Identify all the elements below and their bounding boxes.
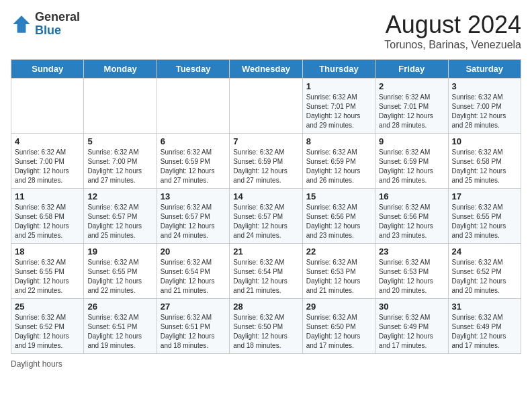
calendar-cell: 19Sunrise: 6:32 AMSunset: 6:55 PMDayligh… xyxy=(84,244,157,299)
day-header-thursday: Thursday xyxy=(302,60,375,79)
day-detail: Sunrise: 6:32 AMSunset: 7:00 PMDaylight:… xyxy=(87,148,152,185)
day-header-sunday: Sunday xyxy=(11,60,84,79)
calendar-cell: 28Sunrise: 6:32 AMSunset: 6:50 PMDayligh… xyxy=(230,299,302,354)
logo-blue: Blue xyxy=(35,24,61,37)
title-block: August 2024 Torunos, Barinas, Venezuela xyxy=(384,11,521,51)
day-number: 2 xyxy=(379,81,444,91)
day-detail: Sunrise: 6:32 AMSunset: 6:58 PMDaylight:… xyxy=(15,203,80,240)
day-detail: Sunrise: 6:32 AMSunset: 6:52 PMDaylight:… xyxy=(15,313,80,351)
day-number: 11 xyxy=(15,191,80,201)
day-number: 26 xyxy=(87,302,152,312)
day-number: 31 xyxy=(452,302,517,312)
svg-marker-0 xyxy=(13,15,30,33)
day-detail: Sunrise: 6:32 AMSunset: 7:01 PMDaylight:… xyxy=(306,93,371,130)
day-detail: Sunrise: 6:32 AMSunset: 6:51 PMDaylight:… xyxy=(87,313,152,351)
day-number: 4 xyxy=(15,136,80,146)
calendar-cell: 10Sunrise: 6:32 AMSunset: 6:58 PMDayligh… xyxy=(448,134,521,189)
day-detail: Sunrise: 6:32 AMSunset: 6:59 PMDaylight:… xyxy=(233,148,298,185)
calendar-cell: 29Sunrise: 6:32 AMSunset: 6:50 PMDayligh… xyxy=(302,299,375,354)
calendar-cell: 12Sunrise: 6:32 AMSunset: 6:57 PMDayligh… xyxy=(84,189,157,244)
calendar-cell: 23Sunrise: 6:32 AMSunset: 6:53 PMDayligh… xyxy=(375,244,448,299)
calendar-cell xyxy=(84,79,157,134)
calendar-cell: 31Sunrise: 6:32 AMSunset: 6:49 PMDayligh… xyxy=(448,299,521,354)
calendar-cell xyxy=(157,79,229,134)
logo-general: General xyxy=(35,10,80,24)
page-header: General Blue August 2024 Torunos, Barina… xyxy=(11,11,521,51)
day-detail: Sunrise: 6:32 AMSunset: 6:55 PMDaylight:… xyxy=(87,258,152,295)
day-detail: Sunrise: 6:32 AMSunset: 6:54 PMDaylight:… xyxy=(233,258,298,295)
day-detail: Sunrise: 6:32 AMSunset: 6:59 PMDaylight:… xyxy=(379,148,444,185)
day-number: 30 xyxy=(379,302,444,312)
footer: Daylight hours xyxy=(11,359,521,369)
day-number: 25 xyxy=(15,302,80,312)
week-row: 18Sunrise: 6:32 AMSunset: 6:55 PMDayligh… xyxy=(11,244,521,299)
calendar-cell: 8Sunrise: 6:32 AMSunset: 6:59 PMDaylight… xyxy=(302,134,375,189)
calendar-cell: 27Sunrise: 6:32 AMSunset: 6:51 PMDayligh… xyxy=(157,299,229,354)
calendar-cell xyxy=(11,79,84,134)
day-number: 1 xyxy=(306,81,371,91)
day-detail: Sunrise: 6:32 AMSunset: 7:01 PMDaylight:… xyxy=(379,93,444,130)
day-header-tuesday: Tuesday xyxy=(157,60,229,79)
day-detail: Sunrise: 6:32 AMSunset: 6:56 PMDaylight:… xyxy=(379,203,444,240)
calendar-cell: 24Sunrise: 6:32 AMSunset: 6:52 PMDayligh… xyxy=(448,244,521,299)
calendar-table: SundayMondayTuesdayWednesdayThursdayFrid… xyxy=(11,59,521,354)
week-row: 1Sunrise: 6:32 AMSunset: 7:01 PMDaylight… xyxy=(11,79,521,134)
calendar-cell: 11Sunrise: 6:32 AMSunset: 6:58 PMDayligh… xyxy=(11,189,84,244)
day-detail: Sunrise: 6:32 AMSunset: 6:49 PMDaylight:… xyxy=(379,313,444,351)
calendar-cell: 25Sunrise: 6:32 AMSunset: 6:52 PMDayligh… xyxy=(11,299,84,354)
day-number: 12 xyxy=(87,191,152,201)
logo-text: General Blue xyxy=(35,11,80,38)
calendar-body: 1Sunrise: 6:32 AMSunset: 7:01 PMDaylight… xyxy=(11,79,521,354)
day-detail: Sunrise: 6:32 AMSunset: 6:51 PMDaylight:… xyxy=(161,313,226,351)
day-detail: Sunrise: 6:32 AMSunset: 6:50 PMDaylight:… xyxy=(306,313,371,351)
calendar-cell: 15Sunrise: 6:32 AMSunset: 6:56 PMDayligh… xyxy=(302,189,375,244)
month-year: August 2024 xyxy=(384,11,521,39)
day-detail: Sunrise: 6:32 AMSunset: 6:54 PMDaylight:… xyxy=(161,258,226,295)
day-detail: Sunrise: 6:32 AMSunset: 6:55 PMDaylight:… xyxy=(452,203,517,240)
calendar-cell: 7Sunrise: 6:32 AMSunset: 6:59 PMDaylight… xyxy=(230,134,302,189)
day-number: 20 xyxy=(161,246,226,257)
day-number: 5 xyxy=(87,136,152,146)
day-number: 7 xyxy=(233,136,298,146)
day-number: 3 xyxy=(452,81,517,91)
logo: General Blue xyxy=(11,11,80,38)
day-detail: Sunrise: 6:32 AMSunset: 6:55 PMDaylight:… xyxy=(15,258,80,295)
daylight-label: Daylight hours xyxy=(11,359,62,369)
calendar-cell: 30Sunrise: 6:32 AMSunset: 6:49 PMDayligh… xyxy=(375,299,448,354)
calendar-cell: 3Sunrise: 6:32 AMSunset: 7:00 PMDaylight… xyxy=(448,79,521,134)
day-number: 16 xyxy=(379,191,444,201)
day-header-friday: Friday xyxy=(375,60,448,79)
day-detail: Sunrise: 6:32 AMSunset: 6:53 PMDaylight:… xyxy=(379,258,444,295)
day-header-wednesday: Wednesday xyxy=(230,60,302,79)
day-detail: Sunrise: 6:32 AMSunset: 6:59 PMDaylight:… xyxy=(306,148,371,185)
day-header-monday: Monday xyxy=(84,60,157,79)
calendar-cell xyxy=(230,79,302,134)
calendar-header: SundayMondayTuesdayWednesdayThursdayFrid… xyxy=(11,60,521,79)
day-number: 13 xyxy=(161,191,226,201)
day-number: 23 xyxy=(379,246,444,257)
calendar-cell: 22Sunrise: 6:32 AMSunset: 6:53 PMDayligh… xyxy=(302,244,375,299)
calendar-cell: 26Sunrise: 6:32 AMSunset: 6:51 PMDayligh… xyxy=(84,299,157,354)
week-row: 25Sunrise: 6:32 AMSunset: 6:52 PMDayligh… xyxy=(11,299,521,354)
day-number: 21 xyxy=(233,246,298,257)
logo-icon xyxy=(11,13,32,35)
day-number: 6 xyxy=(161,136,226,146)
day-detail: Sunrise: 6:32 AMSunset: 6:49 PMDaylight:… xyxy=(452,313,517,351)
header-row: SundayMondayTuesdayWednesdayThursdayFrid… xyxy=(11,60,521,79)
day-number: 29 xyxy=(306,302,371,312)
day-number: 9 xyxy=(379,136,444,146)
day-number: 17 xyxy=(452,191,517,201)
day-number: 15 xyxy=(306,191,371,201)
location: Torunos, Barinas, Venezuela xyxy=(384,39,521,51)
day-detail: Sunrise: 6:32 AMSunset: 6:58 PMDaylight:… xyxy=(452,148,517,185)
day-detail: Sunrise: 6:32 AMSunset: 6:53 PMDaylight:… xyxy=(306,258,371,295)
day-number: 22 xyxy=(306,246,371,257)
day-number: 8 xyxy=(306,136,371,146)
calendar-cell: 14Sunrise: 6:32 AMSunset: 6:57 PMDayligh… xyxy=(230,189,302,244)
calendar-cell: 1Sunrise: 6:32 AMSunset: 7:01 PMDaylight… xyxy=(302,79,375,134)
day-detail: Sunrise: 6:32 AMSunset: 6:57 PMDaylight:… xyxy=(233,203,298,240)
calendar-cell: 20Sunrise: 6:32 AMSunset: 6:54 PMDayligh… xyxy=(157,244,229,299)
day-header-saturday: Saturday xyxy=(448,60,521,79)
day-detail: Sunrise: 6:32 AMSunset: 6:56 PMDaylight:… xyxy=(306,203,371,240)
day-detail: Sunrise: 6:32 AMSunset: 6:52 PMDaylight:… xyxy=(452,258,517,295)
